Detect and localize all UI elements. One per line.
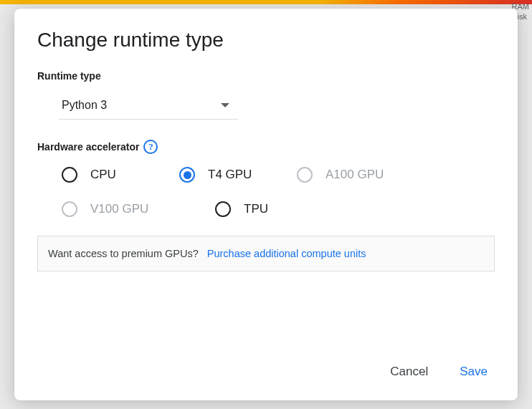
radio-a100-gpu: A100 GPU <box>297 167 397 183</box>
radio-icon <box>62 167 77 183</box>
hardware-accelerator-label: Hardware accelerator <box>37 141 139 153</box>
change-runtime-dialog: Change runtime type Runtime type Python … <box>14 9 518 400</box>
hardware-row-2: V100 GPU TPU <box>62 201 495 217</box>
radio-icon <box>62 201 77 217</box>
hardware-accelerator-label-row: Hardware accelerator ? <box>37 140 495 154</box>
dialog-footer: Cancel Save <box>14 347 518 400</box>
radio-icon <box>179 167 195 183</box>
radio-v100-gpu: V100 GPU <box>62 201 162 217</box>
promo-text: Want access to premium GPUs? <box>48 248 199 259</box>
chevron-down-icon <box>221 103 229 107</box>
purchase-compute-units-link[interactable]: Purchase additional compute units <box>207 248 366 259</box>
save-button[interactable]: Save <box>454 360 493 383</box>
cancel-button[interactable]: Cancel <box>384 360 434 383</box>
runtime-type-value: Python 3 <box>59 99 107 112</box>
hardware-accelerator-options: CPU T4 GPU A100 GPU V100 GPU T <box>62 167 495 217</box>
radio-label: CPU <box>90 168 116 182</box>
radio-tpu[interactable]: TPU <box>215 201 315 217</box>
radio-icon <box>215 201 231 217</box>
radio-label: T4 GPU <box>208 168 252 182</box>
radio-label: A100 GPU <box>326 168 384 182</box>
help-icon[interactable]: ? <box>143 140 158 154</box>
radio-t4-gpu[interactable]: T4 GPU <box>179 167 280 183</box>
hardware-row-1: CPU T4 GPU A100 GPU <box>62 167 495 183</box>
runtime-type-select[interactable]: Python 3 <box>59 90 238 120</box>
radio-label: TPU <box>244 202 268 216</box>
premium-gpu-promo: Want access to premium GPUs? Purchase ad… <box>37 236 495 271</box>
dialog-title: Change runtime type <box>37 29 495 52</box>
dialog-body: Change runtime type Runtime type Python … <box>14 9 518 347</box>
runtime-type-label: Runtime type <box>37 70 495 82</box>
radio-label: V100 GPU <box>90 202 148 216</box>
colab-top-accent-bar <box>0 0 532 4</box>
radio-icon <box>297 167 313 183</box>
radio-cpu[interactable]: CPU <box>62 167 162 183</box>
